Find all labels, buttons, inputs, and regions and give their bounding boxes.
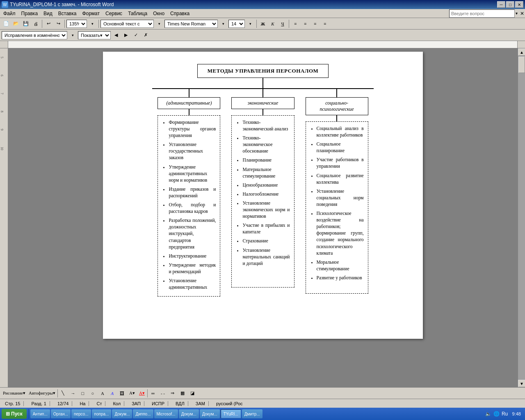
main-toolbar: 📄 📂 💾 🖨 ↩ ↪ 135% ▾ Основной текст с ▾ Ti… (0, 18, 525, 30)
taskbar-item-2[interactable]: персо... (71, 409, 91, 418)
oval-tool[interactable]: ○ (88, 389, 97, 398)
arrow-tool[interactable]: → (68, 389, 78, 398)
italic-button[interactable]: К (268, 19, 277, 28)
show-select[interactable]: Показать▾ (78, 31, 111, 39)
line-style-btn[interactable]: ═ (148, 389, 158, 398)
menu-bar: Файл Правка Вид Вставка Формат Сервис Та… (0, 9, 525, 18)
zoom-arrow[interactable]: ▾ (88, 19, 97, 28)
show-btn1[interactable]: ◀ (112, 31, 121, 40)
close-button[interactable]: ✕ (515, 1, 523, 8)
minimize-button[interactable]: ─ (497, 1, 505, 8)
font-color-btn[interactable]: A▾ (137, 389, 146, 398)
taskbar-item-5[interactable]: Диппо... (133, 409, 153, 418)
econ-item-0: Технико-экономический анализ (242, 119, 290, 132)
branch2-vline2 (262, 109, 263, 115)
sep3 (98, 20, 99, 28)
track-changes-select[interactable]: Исправления в изменённом документе (2, 31, 67, 39)
shadow-btn[interactable]: ▩ (178, 389, 187, 398)
menu-format[interactable]: Формат (80, 10, 102, 17)
scroll-up-button[interactable]: ▲ (518, 48, 525, 56)
new-button[interactable]: 📄 (2, 19, 11, 28)
3d-btn[interactable]: ◪ (188, 389, 197, 398)
align-center[interactable]: ≡ (301, 19, 310, 28)
app-icon: W (2, 1, 8, 8)
title-bar-buttons[interactable]: ─ □ ✕ (497, 1, 523, 8)
fill-color-btn[interactable]: A▾ (128, 389, 137, 398)
branch3-vline2 (336, 115, 337, 121)
status-ispr: ИСПР (148, 401, 168, 406)
taskbar-item-10[interactable]: Дмитр... (242, 409, 262, 418)
taskbar-item-6[interactable]: Microsof... (154, 409, 178, 418)
taskbar-item-3[interactable]: попра... (92, 409, 112, 418)
save-button[interactable]: 💾 (21, 19, 30, 28)
menu-edit[interactable]: Правка (19, 10, 41, 17)
wordart-tool[interactable]: A (108, 389, 117, 398)
zoom-select[interactable]: 135% (66, 20, 87, 28)
size-arrow[interactable]: ▾ (246, 19, 255, 28)
social-item-1: Социальное планирование (317, 141, 364, 154)
taskbar-item-4[interactable]: Докум... (112, 409, 132, 418)
tray-icon-2[interactable]: 🌐 (493, 411, 500, 417)
tray-lang[interactable]: Ru (502, 411, 508, 417)
menu-help[interactable]: Справка (168, 10, 192, 17)
social-content-box: Социальный анализ в коллективе работнико… (306, 121, 368, 294)
menu-view[interactable]: Вид (41, 10, 55, 17)
social-header-box: социально-психологические (306, 97, 368, 115)
font-select[interactable]: Times New Roman (164, 20, 218, 28)
line-tool[interactable]: ╲ (59, 389, 68, 398)
redo-button[interactable]: ↪ (54, 19, 63, 28)
start-button[interactable]: ⊞ Пуск (2, 409, 27, 419)
align-left[interactable]: ≡ (291, 19, 300, 28)
admin-item-7: Утверждение методик и рекомендаций (169, 262, 216, 275)
taskbar-item-1[interactable]: Орган... (51, 409, 71, 418)
textbox-tool[interactable]: A (98, 389, 107, 398)
align-right[interactable]: ≡ (310, 19, 320, 28)
start-label: Пуск (11, 411, 23, 417)
taskbar-item-9[interactable]: TYuRI... (221, 409, 241, 418)
tray-icon-1[interactable]: 🔈 (485, 411, 492, 417)
scroll-thumb[interactable] (518, 57, 525, 73)
admin-list: Формирование структуры органов управлени… (162, 119, 216, 290)
underline-button[interactable]: Ч (278, 19, 287, 28)
bold-button[interactable]: Ж (258, 19, 267, 28)
menu-table[interactable]: Таблица (126, 10, 150, 17)
draw-btn[interactable]: Рисование▾ (2, 389, 27, 398)
style-select[interactable]: Основной текст с (100, 20, 154, 28)
track-arrow[interactable]: ▾ (68, 31, 77, 40)
branch1-vline2 (189, 109, 189, 115)
admin-header-box: (административные) (158, 97, 220, 109)
help-close[interactable]: ✕ (520, 11, 524, 16)
scroll-track[interactable] (518, 56, 525, 380)
taskbar-item-8[interactable]: Докум... (200, 409, 220, 418)
undo-button[interactable]: ↩ (44, 19, 53, 28)
show-btn2[interactable]: ▶ (121, 31, 130, 40)
help-input[interactable] (449, 9, 515, 18)
menu-file[interactable]: Файл (1, 10, 18, 17)
taskbar-item-0[interactable]: Антип... (30, 409, 50, 418)
arrow-style-btn[interactable]: ⇒ (168, 389, 177, 398)
align-justify[interactable]: ≡ (320, 19, 329, 28)
clipart-tool[interactable]: 🖼 (118, 389, 127, 398)
menu-insert[interactable]: Вставка (56, 10, 79, 17)
open-button[interactable]: 📂 (11, 19, 21, 28)
vertical-scrollbar[interactable]: ▲ ▼ (518, 48, 525, 387)
rect-tool[interactable]: □ (78, 389, 87, 398)
help-arrow[interactable]: ▾ (516, 11, 518, 16)
size-select[interactable]: 14 (228, 20, 245, 28)
scroll-down-button[interactable]: ▼ (518, 380, 525, 387)
econ-item-5: Налогообложение (242, 191, 290, 197)
reject-btn[interactable]: ✗ (141, 31, 150, 40)
menu-service[interactable]: Сервис (103, 10, 125, 17)
style-arrow[interactable]: ▾ (155, 19, 164, 28)
maximize-button[interactable]: □ (506, 1, 514, 8)
dash-style-btn[interactable]: - - (158, 389, 167, 398)
svg-rect-1 (8, 41, 517, 48)
menu-window[interactable]: Окно (151, 10, 167, 17)
autoshapes-btn[interactable]: Автофигуры▾ (27, 389, 57, 398)
social-list: Социальный анализ в коллективе работнико… (310, 125, 364, 281)
print-button[interactable]: 🖨 (31, 19, 40, 28)
accept-btn[interactable]: ✓ (131, 31, 140, 40)
taskbar-item-7[interactable]: Докум... (179, 409, 199, 418)
system-clock: 9:48 (510, 411, 523, 416)
font-arrow[interactable]: ▾ (219, 19, 228, 28)
